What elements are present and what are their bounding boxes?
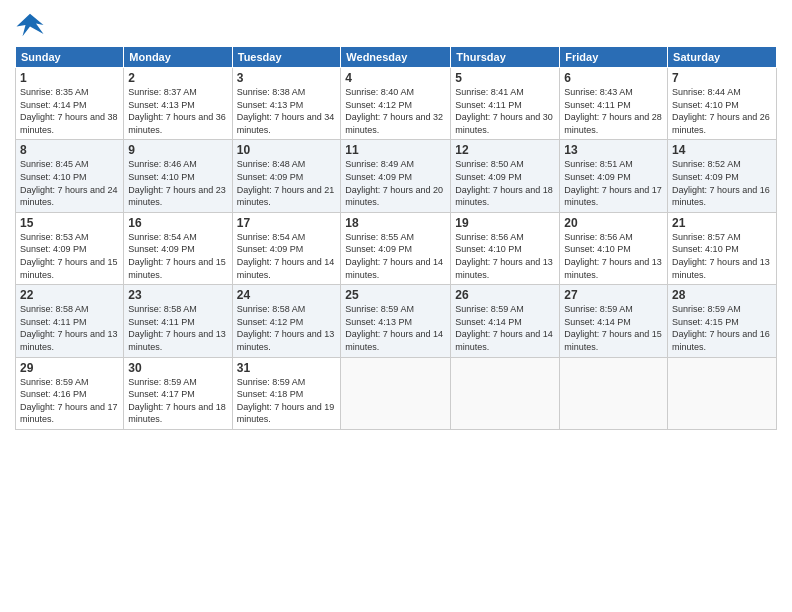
- day-info: Sunrise: 8:40 AM Sunset: 4:12 PM Dayligh…: [345, 86, 446, 136]
- table-row: 7 Sunrise: 8:44 AM Sunset: 4:10 PM Dayli…: [668, 68, 777, 140]
- day-info: Sunrise: 8:48 AM Sunset: 4:09 PM Dayligh…: [237, 158, 337, 208]
- sunrise-text: Sunrise: 8:35 AM: [20, 87, 89, 97]
- sunset-text: Sunset: 4:10 PM: [128, 172, 195, 182]
- col-monday: Monday: [124, 47, 232, 68]
- sunrise-text: Sunrise: 8:50 AM: [455, 159, 524, 169]
- daylight-text: Daylight: 7 hours and 32 minutes.: [345, 112, 443, 135]
- sunrise-text: Sunrise: 8:41 AM: [455, 87, 524, 97]
- table-row: 5 Sunrise: 8:41 AM Sunset: 4:11 PM Dayli…: [451, 68, 560, 140]
- sunrise-text: Sunrise: 8:56 AM: [455, 232, 524, 242]
- day-number: 1: [20, 71, 119, 85]
- daylight-text: Daylight: 7 hours and 23 minutes.: [128, 185, 226, 208]
- sunset-text: Sunset: 4:11 PM: [20, 317, 87, 327]
- table-row: [668, 357, 777, 429]
- day-number: 7: [672, 71, 772, 85]
- day-number: 2: [128, 71, 227, 85]
- table-row: 14 Sunrise: 8:52 AM Sunset: 4:09 PM Dayl…: [668, 140, 777, 212]
- sunset-text: Sunset: 4:09 PM: [237, 244, 304, 254]
- sunset-text: Sunset: 4:13 PM: [345, 317, 412, 327]
- day-number: 25: [345, 288, 446, 302]
- col-sunday: Sunday: [16, 47, 124, 68]
- daylight-text: Daylight: 7 hours and 21 minutes.: [237, 185, 335, 208]
- sunset-text: Sunset: 4:10 PM: [564, 244, 631, 254]
- daylight-text: Daylight: 7 hours and 15 minutes.: [20, 257, 118, 280]
- sunrise-text: Sunrise: 8:54 AM: [128, 232, 197, 242]
- table-row: 9 Sunrise: 8:46 AM Sunset: 4:10 PM Dayli…: [124, 140, 232, 212]
- table-row: 10 Sunrise: 8:48 AM Sunset: 4:09 PM Dayl…: [232, 140, 341, 212]
- sunrise-text: Sunrise: 8:59 AM: [672, 304, 741, 314]
- sunset-text: Sunset: 4:17 PM: [128, 389, 195, 399]
- daylight-text: Daylight: 7 hours and 20 minutes.: [345, 185, 443, 208]
- col-saturday: Saturday: [668, 47, 777, 68]
- sunrise-text: Sunrise: 8:40 AM: [345, 87, 414, 97]
- daylight-text: Daylight: 7 hours and 15 minutes.: [128, 257, 226, 280]
- sunset-text: Sunset: 4:14 PM: [20, 100, 87, 110]
- sunrise-text: Sunrise: 8:59 AM: [345, 304, 414, 314]
- sunset-text: Sunset: 4:14 PM: [564, 317, 631, 327]
- day-info: Sunrise: 8:59 AM Sunset: 4:14 PM Dayligh…: [564, 303, 663, 353]
- day-info: Sunrise: 8:58 AM Sunset: 4:11 PM Dayligh…: [128, 303, 227, 353]
- sunset-text: Sunset: 4:09 PM: [564, 172, 631, 182]
- table-row: 30 Sunrise: 8:59 AM Sunset: 4:17 PM Dayl…: [124, 357, 232, 429]
- day-info: Sunrise: 8:53 AM Sunset: 4:09 PM Dayligh…: [20, 231, 119, 281]
- daylight-text: Daylight: 7 hours and 28 minutes.: [564, 112, 662, 135]
- calendar-week-row: 15 Sunrise: 8:53 AM Sunset: 4:09 PM Dayl…: [16, 212, 777, 284]
- day-info: Sunrise: 8:59 AM Sunset: 4:16 PM Dayligh…: [20, 376, 119, 426]
- sunrise-text: Sunrise: 8:44 AM: [672, 87, 741, 97]
- day-info: Sunrise: 8:59 AM Sunset: 4:15 PM Dayligh…: [672, 303, 772, 353]
- sunset-text: Sunset: 4:09 PM: [345, 244, 412, 254]
- day-number: 21: [672, 216, 772, 230]
- day-info: Sunrise: 8:51 AM Sunset: 4:09 PM Dayligh…: [564, 158, 663, 208]
- sunrise-text: Sunrise: 8:45 AM: [20, 159, 89, 169]
- daylight-text: Daylight: 7 hours and 13 minutes.: [128, 329, 226, 352]
- daylight-text: Daylight: 7 hours and 13 minutes.: [20, 329, 118, 352]
- daylight-text: Daylight: 7 hours and 14 minutes.: [345, 257, 443, 280]
- sunset-text: Sunset: 4:12 PM: [237, 317, 304, 327]
- sunrise-text: Sunrise: 8:37 AM: [128, 87, 197, 97]
- day-info: Sunrise: 8:44 AM Sunset: 4:10 PM Dayligh…: [672, 86, 772, 136]
- day-number: 13: [564, 143, 663, 157]
- sunrise-text: Sunrise: 8:59 AM: [20, 377, 89, 387]
- sunset-text: Sunset: 4:11 PM: [128, 317, 195, 327]
- table-row: [341, 357, 451, 429]
- sunset-text: Sunset: 4:14 PM: [455, 317, 522, 327]
- table-row: 27 Sunrise: 8:59 AM Sunset: 4:14 PM Dayl…: [560, 285, 668, 357]
- sunset-text: Sunset: 4:13 PM: [237, 100, 304, 110]
- table-row: 24 Sunrise: 8:58 AM Sunset: 4:12 PM Dayl…: [232, 285, 341, 357]
- day-info: Sunrise: 8:37 AM Sunset: 4:13 PM Dayligh…: [128, 86, 227, 136]
- day-number: 8: [20, 143, 119, 157]
- day-number: 31: [237, 361, 337, 375]
- logo: [15, 10, 49, 40]
- day-info: Sunrise: 8:59 AM Sunset: 4:13 PM Dayligh…: [345, 303, 446, 353]
- day-info: Sunrise: 8:41 AM Sunset: 4:11 PM Dayligh…: [455, 86, 555, 136]
- daylight-text: Daylight: 7 hours and 14 minutes.: [345, 329, 443, 352]
- day-info: Sunrise: 8:54 AM Sunset: 4:09 PM Dayligh…: [128, 231, 227, 281]
- daylight-text: Daylight: 7 hours and 18 minutes.: [455, 185, 553, 208]
- sunrise-text: Sunrise: 8:57 AM: [672, 232, 741, 242]
- day-info: Sunrise: 8:58 AM Sunset: 4:11 PM Dayligh…: [20, 303, 119, 353]
- table-row: 28 Sunrise: 8:59 AM Sunset: 4:15 PM Dayl…: [668, 285, 777, 357]
- sunset-text: Sunset: 4:09 PM: [128, 244, 195, 254]
- sunrise-text: Sunrise: 8:56 AM: [564, 232, 633, 242]
- calendar-week-row: 22 Sunrise: 8:58 AM Sunset: 4:11 PM Dayl…: [16, 285, 777, 357]
- table-row: 13 Sunrise: 8:51 AM Sunset: 4:09 PM Dayl…: [560, 140, 668, 212]
- sunset-text: Sunset: 4:10 PM: [672, 100, 739, 110]
- day-number: 15: [20, 216, 119, 230]
- table-row: 19 Sunrise: 8:56 AM Sunset: 4:10 PM Dayl…: [451, 212, 560, 284]
- day-number: 20: [564, 216, 663, 230]
- day-number: 22: [20, 288, 119, 302]
- day-number: 16: [128, 216, 227, 230]
- day-number: 6: [564, 71, 663, 85]
- day-info: Sunrise: 8:50 AM Sunset: 4:09 PM Dayligh…: [455, 158, 555, 208]
- day-info: Sunrise: 8:35 AM Sunset: 4:14 PM Dayligh…: [20, 86, 119, 136]
- sunrise-text: Sunrise: 8:49 AM: [345, 159, 414, 169]
- table-row: 15 Sunrise: 8:53 AM Sunset: 4:09 PM Dayl…: [16, 212, 124, 284]
- header: [15, 10, 777, 40]
- daylight-text: Daylight: 7 hours and 13 minutes.: [672, 257, 770, 280]
- day-info: Sunrise: 8:46 AM Sunset: 4:10 PM Dayligh…: [128, 158, 227, 208]
- sunrise-text: Sunrise: 8:54 AM: [237, 232, 306, 242]
- sunset-text: Sunset: 4:09 PM: [672, 172, 739, 182]
- svg-marker-0: [17, 14, 44, 37]
- logo-icon: [15, 10, 45, 40]
- table-row: 26 Sunrise: 8:59 AM Sunset: 4:14 PM Dayl…: [451, 285, 560, 357]
